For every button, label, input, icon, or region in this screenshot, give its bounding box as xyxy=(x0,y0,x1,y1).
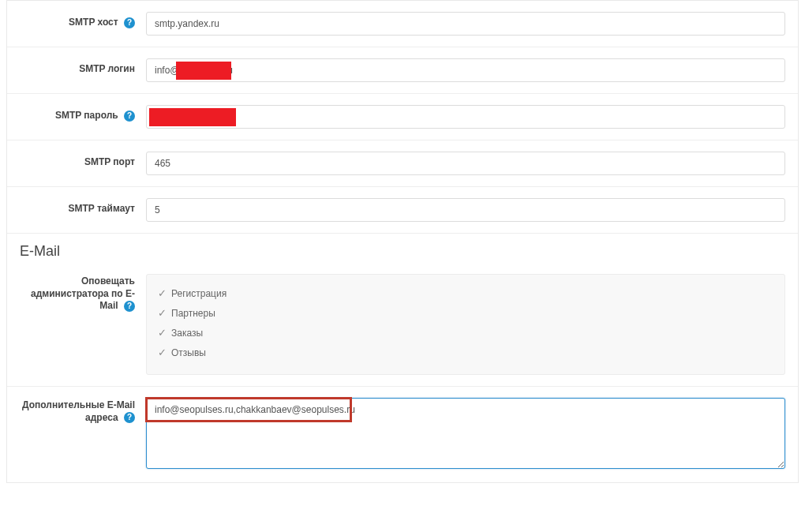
alert-checkbox[interactable]: ✓ Заказы xyxy=(158,327,773,339)
alerts-well: ✓ Регистрация ✓ Партнеры ✓ Заказы ✓ Отзы… xyxy=(146,274,785,375)
row-email-alerts: Оповещать администратора по E-Mail ? ✓ Р… xyxy=(7,263,798,387)
help-icon[interactable]: ? xyxy=(124,111,135,122)
alert-label: Заказы xyxy=(171,328,203,339)
alert-label: Регистрация xyxy=(171,288,227,299)
label-smtp-login: SMTP логин xyxy=(20,58,146,76)
row-extra-emails: Дополнительные E-Mail адреса ? xyxy=(7,387,798,482)
label-text: SMTP таймаут xyxy=(69,203,135,214)
alert-label: Отзывы xyxy=(171,347,206,358)
row-smtp-timeout: SMTP таймаут xyxy=(7,187,798,234)
alert-checkbox[interactable]: ✓ Отзывы xyxy=(158,347,773,358)
smtp-port-input[interactable] xyxy=(146,152,785,175)
alert-checkbox[interactable]: ✓ Регистрация xyxy=(158,287,773,299)
extra-emails-textarea[interactable] xyxy=(146,398,785,469)
label-extra-emails: Дополнительные E-Mail адреса ? xyxy=(20,398,146,424)
settings-panel: SMTP хост ? SMTP логин SMTP пароль ? xyxy=(6,0,799,483)
label-smtp-password: SMTP пароль ? xyxy=(20,105,146,122)
alert-checkbox[interactable]: ✓ Партнеры xyxy=(158,307,773,319)
help-icon[interactable]: ? xyxy=(124,17,135,28)
label-smtp-port: SMTP порт xyxy=(20,152,146,169)
alert-label: Партнеры xyxy=(171,308,215,319)
label-text: SMTP логин xyxy=(79,63,135,74)
label-text: SMTP хост xyxy=(69,17,118,28)
row-smtp-host: SMTP хост ? xyxy=(7,1,798,47)
help-icon[interactable]: ? xyxy=(124,412,135,423)
section-email-heading: E-Mail xyxy=(7,234,798,263)
row-smtp-port: SMTP порт xyxy=(7,140,798,187)
label-text: Дополнительные E-Mail адреса xyxy=(22,399,135,423)
check-icon: ✓ xyxy=(158,307,167,319)
label-text: Оповещать администратора по E-Mail xyxy=(31,275,135,311)
check-icon: ✓ xyxy=(158,327,167,339)
smtp-timeout-input[interactable] xyxy=(146,198,785,222)
row-smtp-login: SMTP логин xyxy=(7,47,798,94)
label-text: SMTP порт xyxy=(84,156,135,167)
check-icon: ✓ xyxy=(158,347,167,358)
help-icon[interactable]: ? xyxy=(124,301,135,312)
label-text: SMTP пароль xyxy=(55,110,118,121)
smtp-login-input[interactable] xyxy=(146,58,785,82)
smtp-password-input[interactable] xyxy=(146,105,785,129)
row-smtp-password: SMTP пароль ? xyxy=(7,94,798,140)
label-smtp-host: SMTP хост ? xyxy=(20,12,146,29)
label-smtp-timeout: SMTP таймаут xyxy=(20,198,146,215)
check-icon: ✓ xyxy=(158,287,167,299)
smtp-host-input[interactable] xyxy=(146,12,785,36)
label-email-alerts: Оповещать администратора по E-Mail ? xyxy=(20,274,146,313)
